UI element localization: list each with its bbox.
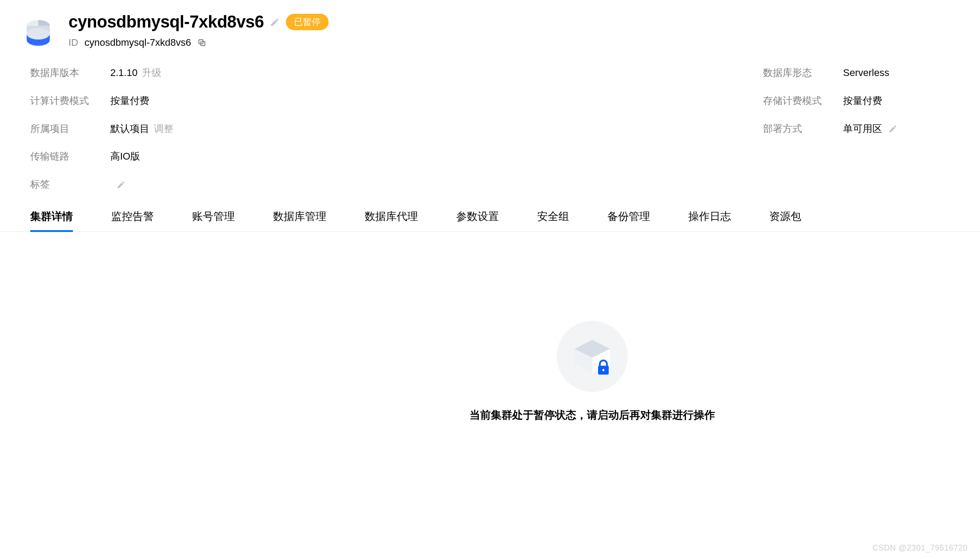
cluster-title: cynosdbmysql-7xkd8vs6	[68, 12, 264, 32]
prop-db-type: 数据库形态 Serverless	[763, 66, 950, 80]
properties-left-column: 数据库版本 2.1.10 升级 计算计费模式 按量付费 所属项目 默认项目 调整…	[30, 66, 430, 192]
prop-db-version: 数据库版本 2.1.10 升级	[30, 66, 430, 80]
adjust-project-link[interactable]: 调整	[154, 122, 173, 136]
prop-label: 部署方式	[763, 122, 843, 136]
id-value: cynosdbmysql-7xkd8vs6	[84, 37, 191, 48]
paused-cluster-icon	[557, 321, 628, 392]
prop-storage-billing: 存储计费模式 按量付费	[763, 94, 950, 108]
edit-tags-icon[interactable]	[116, 180, 125, 189]
prop-label: 所属项目	[30, 122, 110, 136]
prop-label: 计算计费模式	[30, 94, 110, 108]
prop-value: 按量付费	[843, 94, 882, 108]
tab-monitoring-alarms[interactable]: 监控告警	[111, 209, 154, 232]
tabs-bar: 集群详情 监控告警 账号管理 数据库管理 数据库代理 参数设置 安全组 备份管理…	[0, 209, 980, 232]
watermark: CSDN @2301_79516720	[872, 543, 968, 553]
edit-title-icon[interactable]	[270, 17, 280, 27]
svg-point-2	[27, 28, 50, 40]
copy-id-icon[interactable]	[197, 38, 206, 47]
prop-project: 所属项目 默认项目 调整	[30, 122, 430, 136]
prop-value: 按量付费	[110, 94, 149, 108]
edit-deploy-icon[interactable]	[888, 124, 897, 133]
prop-label: 标签	[30, 178, 110, 192]
properties-section: 数据库版本 2.1.10 升级 计算计费模式 按量付费 所属项目 默认项目 调整…	[0, 48, 980, 192]
prop-value: Serverless	[843, 66, 889, 80]
title-row: cynosdbmysql-7xkd8vs6 已暂停	[68, 12, 960, 32]
prop-transport: 传输链路 高IO版	[30, 150, 430, 164]
tab-resource-pack[interactable]: 资源包	[769, 209, 801, 232]
upgrade-link[interactable]: 升级	[142, 66, 161, 80]
prop-label: 存储计费模式	[763, 94, 843, 108]
svg-point-9	[602, 369, 605, 371]
product-icon	[20, 12, 56, 48]
properties-right-column: 数据库形态 Serverless 存储计费模式 按量付费 部署方式 单可用区	[763, 66, 950, 192]
tab-content: 当前集群处于暂停状态，请启动后再对集群进行操作	[0, 232, 980, 516]
status-badge: 已暂停	[286, 14, 329, 30]
tab-database-mgmt[interactable]: 数据库管理	[273, 209, 326, 232]
tab-account-mgmt[interactable]: 账号管理	[192, 209, 235, 232]
page-header: cynosdbmysql-7xkd8vs6 已暂停 ID cynosdbmysq…	[0, 0, 980, 48]
prop-compute-billing: 计算计费模式 按量付费	[30, 94, 430, 108]
prop-label: 传输链路	[30, 150, 110, 164]
prop-value: 2.1.10	[110, 66, 137, 80]
tab-cluster-details[interactable]: 集群详情	[30, 209, 73, 232]
tab-parameter-settings[interactable]: 参数设置	[456, 209, 499, 232]
tab-backup-mgmt[interactable]: 备份管理	[607, 209, 650, 232]
tab-operation-log[interactable]: 操作日志	[688, 209, 731, 232]
prop-value: 高IO版	[110, 150, 140, 164]
tab-security-group[interactable]: 安全组	[537, 209, 569, 232]
prop-value: 单可用区	[843, 122, 882, 136]
empty-state-message: 当前集群处于暂停状态，请启动后再对集群进行操作	[470, 408, 715, 422]
empty-state: 当前集群处于暂停状态，请启动后再对集群进行操作	[470, 321, 715, 422]
id-label: ID	[68, 37, 78, 48]
prop-label: 数据库版本	[30, 66, 110, 80]
prop-tags: 标签	[30, 178, 430, 192]
prop-deploy: 部署方式 单可用区	[763, 122, 950, 136]
prop-value: 默认项目	[110, 122, 149, 136]
id-row: ID cynosdbmysql-7xkd8vs6	[68, 37, 960, 48]
header-main: cynosdbmysql-7xkd8vs6 已暂停 ID cynosdbmysq…	[68, 12, 960, 48]
tab-database-proxy[interactable]: 数据库代理	[365, 209, 418, 232]
prop-label: 数据库形态	[763, 66, 843, 80]
